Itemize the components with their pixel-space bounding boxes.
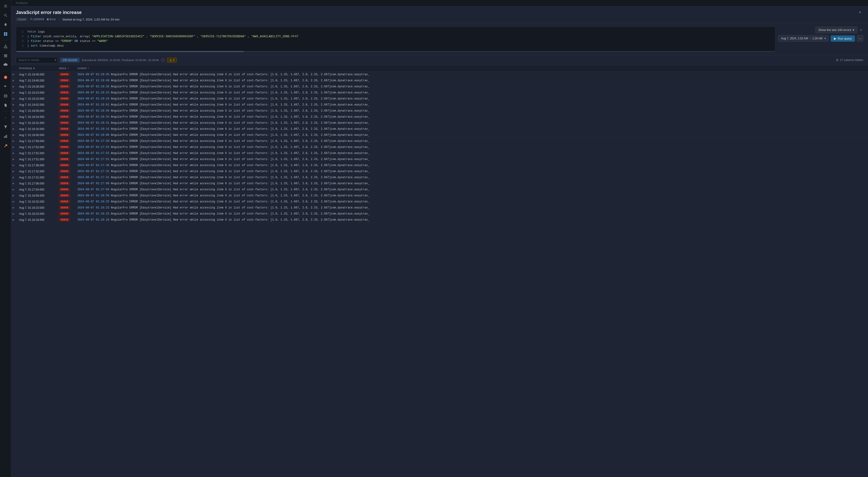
status-cell: ERROR <box>56 102 75 108</box>
table-row[interactable]: ▶Aug 7, 01:16:23.000ERROR2024-08-07 01:1… <box>11 211 868 217</box>
table-row[interactable]: ▶Aug 7, 01:16:56.000ERROR2024-08-07 01:1… <box>11 193 868 199</box>
grid-icon[interactable] <box>1 30 10 38</box>
show-last-close-button[interactable]: × <box>859 28 863 32</box>
table-row[interactable]: ▶Aug 7, 01:17:52.000ERROR2024-08-07 01:1… <box>11 150 868 156</box>
expand-cell[interactable]: ▶ <box>11 126 17 132</box>
table-row[interactable]: ▶Aug 7, 01:16:32.000ERROR2024-08-07 01:1… <box>11 199 868 205</box>
table-row[interactable]: ▶Aug 7, 01:19:40.000ERROR2024-08-07 01:1… <box>11 77 868 83</box>
search-icon[interactable] <box>1 11 10 20</box>
table-row[interactable]: ▶Aug 7, 01:19:10.000ERROR2024-08-07 01:1… <box>11 96 868 102</box>
expand-cell[interactable]: ▶ <box>11 83 17 90</box>
table-row[interactable]: ▶Aug 7, 01:17:08.000ERROR2024-08-07 01:1… <box>11 180 868 186</box>
query-editor[interactable]: 1 fetch logs 2 | filter in(dt.source_ent… <box>16 27 775 51</box>
wrench-icon[interactable] <box>1 141 10 150</box>
chart-bar-icon[interactable] <box>1 132 10 140</box>
table-row[interactable]: ▶Aug 7, 01:17:31.000ERROR2024-08-07 01:1… <box>11 174 868 180</box>
th-timestamp[interactable]: timestamp ▼ <box>17 65 56 71</box>
table-row[interactable]: ▶Aug 7, 01:19:23.000ERROR2024-08-07 01:1… <box>11 90 868 96</box>
table-row[interactable]: ▶Aug 7, 01:17:52.000ERROR2024-08-07 01:1… <box>11 144 868 150</box>
expand-cell[interactable]: ▶ <box>11 132 17 138</box>
expand-cell[interactable]: ▶ <box>11 205 17 211</box>
time-range-button[interactable]: Aug 7, 2024, 1:02 AM → 1:26 AM ▾ <box>778 35 829 42</box>
timestamp-cell: Aug 7, 01:17:38.000 <box>17 162 56 168</box>
line-number-4: 4 <box>20 43 24 48</box>
table-row[interactable]: ▶Aug 7, 01:18:34.000ERROR2024-08-07 01:1… <box>11 114 868 120</box>
problems-icon[interactable] <box>1 42 10 50</box>
content-date: 2024-08-07 <box>78 164 94 167</box>
table-row[interactable]: ▶Aug 7, 01:16:23.000ERROR2024-08-07 01:1… <box>11 205 868 211</box>
flag-icon[interactable] <box>1 82 10 91</box>
info-icon[interactable]: i <box>161 58 165 62</box>
alert-icon[interactable]: ! <box>1 73 10 81</box>
th-content[interactable]: content ⇕ <box>75 65 868 71</box>
expand-cell[interactable]: ▶ <box>11 211 17 217</box>
expand-arrow-icon: ▶ <box>12 127 14 130</box>
table-row[interactable]: ▶Aug 7, 01:17:38.000ERROR2024-08-07 01:1… <box>11 162 868 168</box>
table-row[interactable]: ▶Aug 7, 01:17:32.000ERROR2024-08-07 01:1… <box>11 168 868 174</box>
expand-cell[interactable]: ▶ <box>11 174 17 180</box>
content-message: AngularFro ERROR [EasytravelService] Had… <box>111 182 369 185</box>
content-time: 01:16:23 <box>96 206 109 209</box>
table-row[interactable]: ▶Aug 7, 01:19:28.000ERROR2024-08-07 01:1… <box>11 83 868 90</box>
menu-icon[interactable] <box>1 2 10 10</box>
table-row[interactable]: ▶Aug 7, 01:17:51.000ERROR2024-08-07 01:1… <box>11 156 868 162</box>
table-row[interactable]: ▶Aug 7, 01:16:18.000ERROR2024-08-07 01:1… <box>11 217 868 223</box>
more-options-button[interactable]: ⋯ <box>857 35 863 42</box>
expand-cell[interactable]: ▶ <box>11 102 17 108</box>
status-cell: ERROR <box>56 77 75 83</box>
table-row[interactable]: ▶Aug 7, 01:18:59.000ERROR2024-08-07 01:1… <box>11 108 868 114</box>
panel-close-button[interactable]: × <box>857 9 863 15</box>
table-row[interactable]: ▶Aug 7, 01:19:45.000ERROR2024-08-07 01:1… <box>11 71 868 77</box>
content-cell: 2024-08-07 01:17:51 AngularFro ERROR [Ea… <box>75 156 868 162</box>
show-last-button[interactable]: Show the last 100 errors ▾ <box>815 27 857 33</box>
warning-badge[interactable]: ⚠ 1 <box>167 58 177 63</box>
expand-arrow-icon: ▶ <box>12 194 14 197</box>
expand-cell[interactable]: ▶ <box>11 120 17 126</box>
expand-cell[interactable]: ▶ <box>11 150 17 156</box>
content-message: AngularFro ERROR [EasytravelService] Had… <box>111 85 369 88</box>
expand-cell[interactable]: ▶ <box>11 144 17 150</box>
search-clear-icon[interactable]: × <box>55 58 56 62</box>
expand-cell[interactable]: ▶ <box>11 96 17 102</box>
expand-cell[interactable]: ▶ <box>11 108 17 114</box>
run-query-button[interactable]: ▶ Run query <box>831 35 855 42</box>
content-message: AngularFro ERROR [EasytravelService] Had… <box>111 115 369 118</box>
cloud-icon[interactable] <box>1 61 10 69</box>
bell-icon[interactable] <box>1 21 10 29</box>
content-time: 01:17:31 <box>96 176 109 179</box>
expand-cell[interactable]: ▶ <box>11 199 17 205</box>
table-row[interactable]: ▶Aug 7, 01:18:00.000ERROR2024-08-07 01:1… <box>11 132 868 138</box>
table-row[interactable]: ▶Aug 7, 01:19:02.000ERROR2024-08-07 01:1… <box>11 102 868 108</box>
expand-left-icon[interactable]: » <box>1 113 10 122</box>
table-row[interactable]: ▶Aug 7, 01:17:04.000ERROR2024-08-07 01:1… <box>11 186 868 193</box>
expand-cell[interactable]: ▶ <box>11 114 17 120</box>
th-status[interactable]: status ⇕ <box>56 65 75 71</box>
table-row[interactable]: ▶Aug 7, 01:17:59.000ERROR2024-08-07 01:1… <box>11 138 868 144</box>
services-icon[interactable] <box>1 52 10 60</box>
expand-cell[interactable]: ▶ <box>11 156 17 162</box>
expand-cell[interactable]: ▶ <box>11 71 17 77</box>
expand-cell[interactable]: ▶ <box>11 162 17 168</box>
search-input[interactable] <box>16 57 58 63</box>
expand-cell[interactable]: ▶ <box>11 217 17 223</box>
expand-cell[interactable]: ▶ <box>11 180 17 186</box>
table-row[interactable]: ▶Aug 7, 01:18:31.000ERROR2024-08-07 01:1… <box>11 120 868 126</box>
expand-cell[interactable]: ▶ <box>11 193 17 199</box>
expand-cell[interactable]: ▶ <box>11 90 17 96</box>
settings-icon[interactable] <box>1 101 10 109</box>
expand-cell[interactable]: ▶ <box>11 138 17 144</box>
svg-point-3 <box>4 14 6 16</box>
status-error-badge: ERROR <box>59 182 70 185</box>
line-number-2: 2 <box>20 34 24 39</box>
table-row[interactable]: ▶Aug 7, 01:18:16.000ERROR2024-08-07 01:1… <box>11 126 868 132</box>
expand-cell[interactable]: ▶ <box>11 186 17 193</box>
status-error-badge: ERROR <box>59 139 70 143</box>
svg-rect-6 <box>6 32 7 34</box>
content-message: AngularFro ERROR [EasytravelService] Had… <box>111 164 369 167</box>
filter-icon[interactable] <box>1 123 10 131</box>
expand-cell[interactable]: ▶ <box>11 168 17 174</box>
expand-cell[interactable]: ▶ <box>11 77 17 83</box>
database-icon[interactable] <box>1 92 10 100</box>
content-date: 2024-08-07 <box>78 73 94 76</box>
columns-hidden-button[interactable]: ⊞ 17 columns hidden <box>836 59 863 62</box>
